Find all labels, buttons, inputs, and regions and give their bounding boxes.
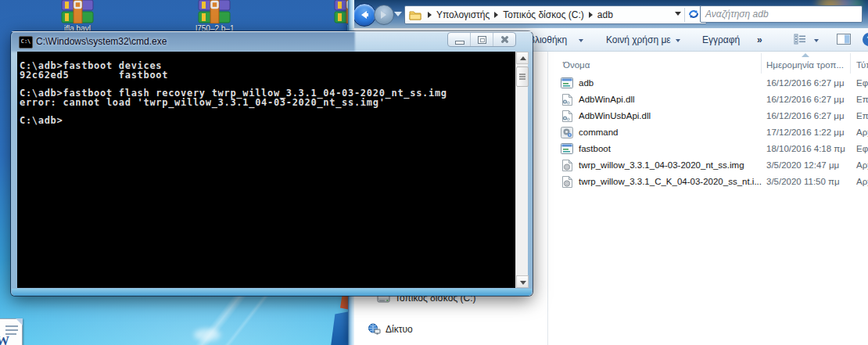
minimize-button[interactable] [448, 33, 471, 46]
address-dropdown-icon[interactable] [675, 12, 681, 16]
settings-file-icon [561, 127, 573, 139]
scrollbar-thumb[interactable] [516, 66, 529, 87]
file-name: twrp_willow_3.3.1_04-03-2020_nt_ss.img [579, 160, 744, 170]
history-dropdown-icon[interactable] [394, 12, 402, 16]
search-placeholder: Αναζήτηση adb [705, 9, 769, 20]
cmd-window: C:\ C:\Windows\system32\cmd.exe C:\adb>f… [11, 31, 533, 296]
file-type: Εφα [856, 144, 868, 153]
toolbar-include-in-library[interactable]: βλιοθήκη [529, 34, 567, 45]
img-file-icon [561, 160, 573, 172]
forward-button[interactable] [374, 5, 394, 25]
img-file-icon [561, 176, 573, 189]
file-name: twrp_willow_3.3.1_C_K_04-03-2020_ss_nt.i… [579, 177, 762, 186]
dll-file-icon [561, 110, 573, 123]
arrow-up-icon [520, 56, 526, 60]
file-name: fastboot [579, 144, 611, 153]
desktop-icon-winrar-archive-1[interactable]: ifla.bavl [59, 0, 96, 31]
column-header-date-modified[interactable]: Ημερομηνία τροπ... [766, 60, 844, 70]
breadcrumb-item-adb[interactable]: adb [597, 9, 613, 20]
file-name: command [579, 128, 619, 137]
desktop-icon-word-document[interactable]: W [0, 318, 24, 345]
app-file-icon [561, 77, 573, 90]
file-row[interactable]: AdbWinUsbApi.dll 16/12/2016 6:27 μμ Επέ [548, 109, 868, 125]
file-type: Αρχ [856, 128, 868, 137]
file-row[interactable]: adb 16/12/2016 6:27 μμ Εφα [548, 76, 868, 92]
cmd-window-title: C:\Windows\system32\cmd.exe [36, 36, 167, 47]
file-type: Αρχ [856, 177, 868, 186]
breadcrumb-separator-icon [428, 12, 432, 18]
preview-pane-icon[interactable] [837, 34, 851, 48]
wallpaper-dove-shape [194, 329, 221, 341]
arrow-down-icon [520, 281, 526, 285]
console-output[interactable]: C:\adb>fastboot devices 92c62ed5 fastboo… [17, 52, 515, 288]
help-button[interactable]: ? [863, 33, 868, 46]
file-type: Αρχ [856, 160, 868, 170]
file-row[interactable]: twrp_willow_3.3.1_C_K_04-03-2020_ss_nt.i… [548, 174, 868, 191]
toolbar-burn[interactable]: Εγγραφή [702, 34, 740, 45]
address-separator [684, 8, 685, 22]
file-name: adb [579, 78, 594, 88]
minimize-icon [455, 41, 464, 45]
toolbar-overflow-chevron[interactable]: » [757, 34, 762, 45]
desktop-icon-winrar-archive-2[interactable]: l750–2.b–1 [195, 0, 233, 31]
folder-icon [409, 10, 421, 20]
file-date-modified: 16/12/2016 6:27 μμ [766, 111, 845, 120]
explorer-glass-frame: Υπολογιστής Τοπικός δίσκος (C:) adb Αναζ… [348, 0, 868, 28]
file-date-modified: 18/10/2016 4:18 πμ [766, 144, 845, 153]
file-list: adb 16/12/2016 6:27 μμ Εφα AdbWinApi.dll… [548, 76, 868, 191]
sidebar-item-label: Δίκτυο [386, 324, 413, 335]
forward-arrow-icon [375, 6, 392, 23]
file-date-modified: 17/12/2016 1:22 μμ [766, 128, 845, 137]
maximize-icon [478, 36, 486, 44]
file-date-modified: 16/12/2016 6:27 μμ [766, 78, 845, 88]
file-date-modified: 3/5/2020 12:47 μμ [766, 160, 839, 170]
breadcrumb-item-computer[interactable]: Υπολογιστής [436, 9, 490, 20]
column-header-type[interactable]: Τύπ [856, 60, 868, 70]
sort-ascending-icon [802, 53, 809, 57]
desktop-icon-label: l750–2.b–1 [195, 24, 233, 31]
maximize-button[interactable] [471, 33, 493, 46]
toolbar-share-with[interactable]: Κοινή χρήση με [606, 34, 671, 45]
page-fold [16, 318, 23, 325]
back-button[interactable] [353, 3, 376, 27]
column-header-name[interactable]: Όνομα [563, 60, 590, 70]
breadcrumb-separator-icon [589, 12, 593, 18]
change-view-icon[interactable] [794, 34, 806, 48]
sidebar-item-network[interactable]: Δίκτυο [368, 323, 413, 335]
file-row[interactable]: fastboot 18/10/2016 4:18 πμ Εφα [548, 142, 868, 158]
file-name: AdbWinApi.dll [579, 95, 635, 104]
console-text: C:\adb>fastboot devices 92c62ed5 fastboo… [17, 52, 515, 126]
file-row[interactable]: AdbWinApi.dll 16/12/2016 6:27 μμ Επέ [548, 92, 868, 109]
window-caption-buttons [447, 32, 516, 47]
file-list-header: Όνομα Ημερομηνία τροπ... Τύπ [548, 52, 868, 75]
chevron-down-icon[interactable] [814, 39, 819, 42]
network-icon [368, 323, 381, 335]
chevron-down-icon[interactable] [676, 39, 680, 42]
file-date-modified: 3/5/2020 11:50 πμ [766, 177, 840, 186]
file-name: AdbWinUsbApi.dll [579, 111, 651, 120]
file-type: Επέ [856, 111, 868, 120]
file-type: Εφα [856, 78, 868, 88]
word-w-glyph: W [0, 333, 9, 345]
file-date-modified: 16/12/2016 6:27 μμ [766, 95, 845, 104]
close-icon [500, 34, 510, 45]
chevron-down-icon[interactable] [579, 39, 583, 42]
scroll-up-button[interactable] [516, 52, 529, 64]
search-input[interactable]: Αναζήτηση adb [700, 5, 863, 23]
console-scrollbar[interactable] [515, 52, 528, 288]
back-arrow-icon [353, 5, 374, 25]
file-row[interactable]: command 17/12/2016 1:22 μμ Αρχ [548, 125, 868, 142]
scroll-down-button[interactable] [516, 275, 529, 288]
file-row[interactable]: twrp_willow_3.3.1_04-03-2020_nt_ss.img 3… [548, 158, 868, 174]
refresh-icon [687, 8, 701, 20]
desktop-icon-label: ifla.bavl [59, 24, 96, 31]
app-file-icon [561, 143, 573, 156]
thumb-grip [519, 74, 525, 75]
cmd-icon: C:\ [19, 36, 33, 49]
document-page-icon: W [0, 318, 23, 345]
breadcrumb-item-local-disk[interactable]: Τοπικός δίσκος (C:) [503, 9, 584, 20]
close-button[interactable] [493, 33, 515, 46]
address-bar[interactable]: Υπολογιστής Τοπικός δίσκος (C:) adb [404, 5, 707, 24]
file-type: Επέ [856, 95, 868, 104]
winrar-archive-icon [195, 0, 233, 23]
